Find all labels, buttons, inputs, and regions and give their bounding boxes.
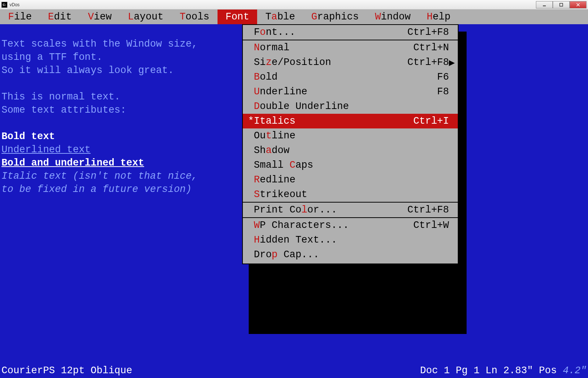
menu-window[interactable]: Window xyxy=(367,10,419,24)
italic-text-sample: to be fixed in a future version) xyxy=(1,184,191,195)
window-title: vDos xyxy=(10,2,19,7)
app-icon: C: xyxy=(1,2,7,8)
font-menu-item-small-caps[interactable]: Small Caps xyxy=(243,158,458,172)
font-menu-item-shadow[interactable]: Shadow xyxy=(243,143,458,158)
font-menu-item-wp-characters[interactable]: WP Characters...Ctrl+W xyxy=(243,218,458,233)
dos-area: FileEditViewLayoutToolsFontTableGraphics… xyxy=(0,10,588,378)
underlined-text-sample: Underlined text xyxy=(1,144,91,155)
menu-tools[interactable]: Tools xyxy=(172,10,218,24)
font-menu-item-hidden-text[interactable]: Hidden Text... xyxy=(243,233,458,247)
font-menu-item-redline[interactable]: Redline xyxy=(243,172,458,187)
font-menu-item-normal[interactable]: NormalCtrl+N xyxy=(243,40,458,55)
font-menu-item-size-position[interactable]: Size/PositionCtrl+F8▶ xyxy=(243,55,458,70)
text-line: Text scales with the Window size, xyxy=(1,39,198,50)
text-line: using a TTF font. xyxy=(1,52,102,63)
font-menu-item-bold[interactable]: BoldF6 xyxy=(243,70,458,84)
menu-file[interactable]: File xyxy=(0,10,40,24)
menu-graphics[interactable]: Graphics xyxy=(303,10,367,24)
status-position: Doc 1 Pg 1 Ln 2.83" Pos 4.2" xyxy=(420,365,587,376)
bold-text-sample: Bold text xyxy=(1,131,55,142)
statusbar: CourierPS 12pt Oblique Doc 1 Pg 1 Ln 2.8… xyxy=(0,363,588,378)
menu-layout[interactable]: Layout xyxy=(120,10,171,24)
status-font: CourierPS 12pt Oblique xyxy=(1,365,132,376)
maximize-button[interactable] xyxy=(553,1,570,8)
font-menu-item-font[interactable]: Font...Ctrl+F8 xyxy=(243,25,458,40)
font-menu-dropdown: Font...Ctrl+F8 NormalCtrl+N Size/Positio… xyxy=(242,24,459,264)
close-button[interactable] xyxy=(570,1,587,8)
window-controls xyxy=(536,1,587,8)
text-line: This is normal text. xyxy=(1,91,120,102)
font-menu-item-drop-cap[interactable]: Drop Cap... xyxy=(243,247,458,262)
font-menu-item-print-color[interactable]: Print Color...Ctrl+F8 xyxy=(243,203,458,217)
italic-text-sample: Italic text (isn't not that nice, xyxy=(1,171,198,182)
svg-rect-1 xyxy=(560,3,563,6)
titlebar: C: vDos xyxy=(0,0,588,10)
font-menu-item-outline[interactable]: Outline xyxy=(243,128,458,143)
svg-rect-0 xyxy=(543,6,546,6)
text-line: Some text attributes: xyxy=(1,105,126,116)
menu-view[interactable]: View xyxy=(80,10,120,24)
menu-font[interactable]: Font xyxy=(218,10,258,24)
menu-table[interactable]: Table xyxy=(257,10,303,24)
font-menu-item-underline[interactable]: UnderlineF8 xyxy=(243,84,458,99)
menu-edit[interactable]: Edit xyxy=(40,10,80,24)
font-menu-item-strikeout[interactable]: Strikeout xyxy=(243,187,458,202)
bold-underlined-text-sample: Bold and underlined text xyxy=(1,157,144,168)
menubar: FileEditViewLayoutToolsFontTableGraphics… xyxy=(0,10,588,24)
menu-help[interactable]: Help xyxy=(419,10,459,24)
minimize-button[interactable] xyxy=(536,1,553,8)
text-line: So it will always look great. xyxy=(1,65,174,76)
font-menu-item-double-underline[interactable]: Double Underline xyxy=(243,99,458,114)
font-menu-item-italics[interactable]: *ItalicsCtrl+I xyxy=(243,114,458,128)
